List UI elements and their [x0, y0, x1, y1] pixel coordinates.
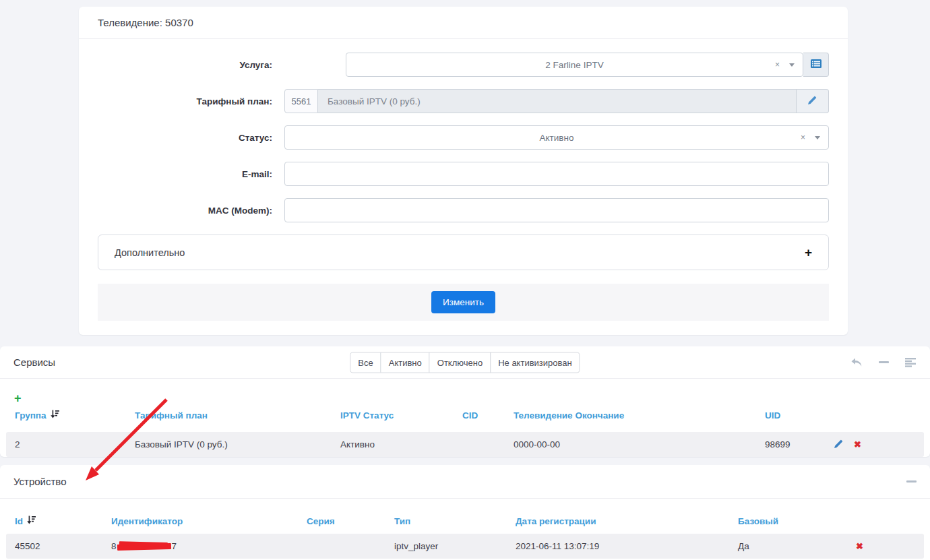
- table-list-icon: [811, 59, 822, 71]
- mac-row: MAC (Modem):: [98, 198, 829, 222]
- column-header-registration-date[interactable]: Дата регистрации: [516, 516, 738, 526]
- tariff-edit-button[interactable]: [797, 89, 829, 113]
- device-card: Устройство Id Идентификатор: [0, 465, 930, 560]
- form-footer: Изменить: [98, 284, 829, 321]
- collapse-icon[interactable]: [879, 361, 889, 363]
- tariff-code-box: 5561: [284, 89, 318, 113]
- device-title: Устройство: [13, 476, 66, 487]
- mac-modem-field[interactable]: [284, 198, 829, 222]
- delete-row-button[interactable]: ✖: [856, 542, 863, 551]
- cell-tv-ending: 0000-00-00: [514, 439, 765, 449]
- clear-icon[interactable]: ×: [801, 133, 805, 142]
- submit-button[interactable]: Изменить: [431, 291, 495, 313]
- cell-tariff: Базовый IPTV (0 руб.): [135, 439, 340, 449]
- services-card: Сервисы Все Активно Отключено Не активиз…: [0, 346, 930, 457]
- services-card-header: Сервисы Все Активно Отключено Не активиз…: [0, 346, 930, 379]
- expand-plus-icon[interactable]: +: [805, 246, 812, 259]
- additional-section-title: Дополнительно: [115, 247, 185, 258]
- filter-not-activated-button[interactable]: Не активизирован: [490, 352, 580, 373]
- column-header-identifier[interactable]: Идентификатор: [111, 516, 307, 526]
- add-service-button[interactable]: +: [14, 392, 22, 404]
- status-label: Статус:: [98, 133, 284, 143]
- clear-icon[interactable]: ×: [775, 60, 780, 69]
- undo-icon[interactable]: [850, 358, 863, 367]
- table-row: 45502 87 iptv_player 2021-06-11 13:07:19…: [6, 534, 924, 559]
- column-header-uid[interactable]: UID: [765, 410, 834, 421]
- status-row: Статус: Активно ×: [98, 125, 829, 150]
- service-label: Услуга:: [98, 60, 284, 70]
- menu-icon[interactable]: [905, 358, 917, 367]
- column-header-series[interactable]: Серия: [307, 516, 394, 526]
- column-header-iptv-status[interactable]: IPTV Статус: [340, 410, 462, 421]
- tv-service-form: Услуга: 2 Farline IPTV ×: [79, 39, 848, 321]
- service-select[interactable]: 2 Farline IPTV ×: [346, 53, 803, 77]
- additional-section-toggle[interactable]: Дополнительно +: [98, 235, 829, 270]
- email-label: E-mail:: [98, 169, 284, 179]
- tv-service-card-header: Телевидение: 50370: [79, 7, 848, 39]
- mac-label: MAC (Modem):: [98, 206, 284, 216]
- chevron-down-icon[interactable]: [789, 63, 795, 67]
- filter-disabled-button[interactable]: Отключено: [429, 352, 491, 373]
- service-row: Услуга: 2 Farline IPTV ×: [98, 53, 829, 77]
- tariff-value-field: Базовый IPTV (0 руб.): [318, 89, 797, 113]
- column-header-tv-ending[interactable]: Телевидение Окончание: [514, 410, 765, 421]
- tariff-row: Тарифный план: 5561 Базовый IPTV (0 руб.…: [98, 89, 829, 113]
- chevron-down-icon[interactable]: [815, 136, 820, 139]
- collapse-icon[interactable]: [906, 480, 917, 483]
- cell-uid: 98699: [765, 439, 834, 449]
- column-header-type[interactable]: Тип: [394, 516, 516, 526]
- services-table-header: Группа Тарифный план IPTV Статус: [0, 410, 930, 421]
- filter-all-button[interactable]: Все: [350, 352, 381, 373]
- cell-base: Да: [738, 541, 856, 551]
- status-filter-group: Все Активно Отключено Не активизирован: [350, 352, 580, 373]
- device-table-header: Id Идентификатор Серия Тип: [0, 516, 930, 526]
- email-row: E-mail:: [98, 162, 829, 186]
- service-select-value: 2 Farline IPTV: [346, 60, 803, 70]
- delete-row-button[interactable]: ✖: [854, 440, 861, 449]
- column-header-cid[interactable]: CID: [462, 410, 514, 421]
- status-select-value: Активно: [285, 133, 828, 143]
- pencil-icon: [808, 95, 817, 107]
- row-actions: ✖: [856, 542, 924, 551]
- column-header-tariff[interactable]: Тарифный план: [135, 410, 340, 421]
- column-header-base[interactable]: Базовый: [738, 516, 856, 526]
- cell-iptv-status: Активно: [340, 439, 462, 449]
- services-toolbar: [850, 358, 917, 367]
- table-row: 2 Базовый IPTV (0 руб.) Активно 0000-00-…: [6, 432, 924, 457]
- column-header-group[interactable]: Группа: [15, 410, 135, 421]
- device-card-header: Устройство: [0, 465, 930, 499]
- tariff-label: Тарифный план:: [98, 96, 284, 106]
- email-field[interactable]: [284, 162, 829, 186]
- status-select[interactable]: Активно ×: [284, 125, 829, 150]
- column-header-id[interactable]: Id: [15, 516, 111, 526]
- sort-icon: [51, 410, 59, 421]
- redaction-marker: [117, 543, 170, 551]
- page-title: Телевидение: 50370: [98, 17, 193, 28]
- row-actions: ✖: [834, 439, 924, 450]
- sort-icon: [27, 516, 36, 526]
- edit-row-button[interactable]: [834, 439, 843, 450]
- tv-service-card: Телевидение: 50370 Услуга: 2 Farline IPT…: [79, 7, 848, 335]
- cell-id: 45502: [15, 541, 111, 551]
- cell-group: 2: [15, 439, 135, 449]
- service-list-button[interactable]: [803, 53, 829, 77]
- filter-active-button[interactable]: Активно: [381, 352, 430, 373]
- services-title: Сервисы: [13, 356, 55, 368]
- cell-identifier: 87: [111, 541, 307, 551]
- device-toolbar: [906, 480, 917, 483]
- cell-registration-date: 2021-06-11 13:07:19: [516, 541, 738, 551]
- cell-type: iptv_player: [394, 541, 516, 551]
